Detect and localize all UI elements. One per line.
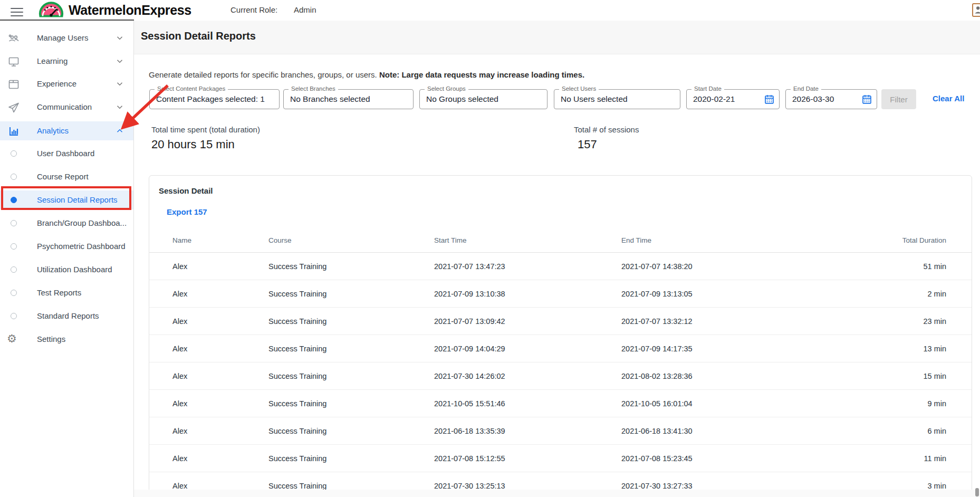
cell-end-time: 2021-07-09 13:13:05 — [621, 280, 693, 308]
table-row[interactable]: AlexSuccess Training2021-07-08 15:12:552… — [149, 445, 972, 472]
hamburger-menu-icon[interactable] — [11, 5, 23, 15]
cell-total-duration: 11 min — [924, 445, 946, 472]
column-header-start-time[interactable]: Start Time — [434, 236, 467, 244]
column-header-end-time[interactable]: End Time — [621, 236, 651, 244]
radio-selected-icon — [11, 197, 17, 203]
radio-unselected-icon — [11, 220, 17, 226]
table-row[interactable]: AlexSuccess Training2021-07-07 13:09:422… — [149, 308, 972, 335]
cell-course: Success Training — [268, 308, 326, 335]
content-packages-select[interactable]: Select Content Packages Content Packages… — [149, 89, 280, 109]
session-detail-card: Session Detail Export 157 Name Course St… — [149, 175, 972, 497]
table-row[interactable]: AlexSuccess Training2021-07-07 13:47:232… — [149, 253, 972, 280]
radio-unselected-icon — [11, 243, 17, 250]
gear-icon: ⚙ — [7, 332, 17, 345]
chevron-down-icon — [115, 33, 124, 43]
table-row[interactable]: AlexSuccess Training2021-06-18 13:35:392… — [149, 417, 972, 445]
start-date-field[interactable]: Start Date 2020-02-21 — [686, 89, 780, 109]
users-icon — [7, 32, 20, 45]
cell-end-time: 2021-07-07 13:32:12 — [621, 308, 693, 335]
cell-total-duration: 51 min — [923, 253, 946, 280]
cell-course: Success Training — [268, 253, 326, 280]
cell-total-duration: 15 min — [923, 362, 946, 390]
sidebar-item-analytics[interactable]: Analytics — [0, 121, 133, 140]
table-row[interactable]: AlexSuccess Training2021-07-09 14:04:292… — [149, 335, 972, 362]
end-date-field[interactable]: End Date 2026-03-30 — [785, 89, 877, 109]
table-row[interactable]: AlexSuccess Training2021-07-30 14:26:022… — [149, 362, 972, 390]
radio-unselected-icon — [11, 313, 17, 319]
users-select[interactable]: Select Users No Users selected — [554, 89, 680, 109]
description-text: Generate detailed reports for specific b… — [149, 70, 379, 79]
radio-unselected-icon — [11, 150, 17, 157]
groups-select[interactable]: Select Groups No Groups selected — [419, 89, 547, 109]
filter-button[interactable]: Filter — [881, 89, 916, 109]
user-account-icon[interactable] — [972, 3, 980, 17]
field-value: No Users selected — [554, 90, 680, 109]
chevron-down-icon — [115, 79, 124, 89]
calendar-icon[interactable] — [764, 94, 775, 105]
sidebar-item-experience[interactable]: Experience — [0, 74, 133, 93]
vertical-scrollbar[interactable] — [975, 488, 979, 496]
cell-name: Alex — [172, 445, 187, 472]
sidebar-item-learning[interactable]: Learning — [0, 52, 133, 71]
sidebar-item-user-dashboard[interactable]: User Dashboard — [0, 144, 133, 163]
cell-name: Alex — [172, 390, 187, 417]
page-title: Session Detail Reports — [141, 30, 256, 42]
sidebar-item-label: Utilization Dashboard — [37, 265, 112, 274]
cell-course: Success Training — [268, 390, 326, 417]
field-value: No Groups selected — [420, 90, 547, 109]
chevron-down-icon — [115, 56, 124, 66]
brand-logo[interactable]: WatermelonExpress — [37, 1, 191, 20]
cell-name: Alex — [172, 362, 187, 390]
sidebar-item-test-reports[interactable]: Test Reports — [0, 283, 133, 302]
sidebar-item-standard-reports[interactable]: Standard Reports — [0, 307, 133, 326]
cell-name: Alex — [172, 335, 187, 362]
calendar-icon[interactable] — [861, 94, 872, 105]
viewport-bottom-strip — [134, 490, 980, 497]
current-role-value[interactable]: Admin — [294, 5, 316, 14]
browser-window-icon — [7, 78, 20, 91]
page-title-band: Session Detail Reports — [134, 21, 980, 54]
cell-total-duration: 2 min — [928, 280, 946, 308]
field-label: Select Branches — [289, 85, 338, 92]
sidebar-item-label: Learning — [37, 56, 68, 65]
table-row[interactable]: AlexSuccess Training2021-07-09 13:10:382… — [149, 280, 972, 308]
sidebar-item-label: Course Report — [37, 172, 89, 181]
clear-all-link[interactable]: Clear All — [933, 94, 964, 103]
column-header-name[interactable]: Name — [172, 236, 191, 244]
cell-start-time: 2021-07-08 15:12:55 — [434, 445, 505, 472]
branches-select[interactable]: Select Branches No Branches selected — [283, 89, 414, 109]
description-note: Note: Large data requests may increase l… — [379, 70, 584, 79]
cell-end-time: 2021-07-08 15:23:45 — [621, 445, 693, 472]
cell-total-duration: 6 min — [928, 417, 946, 445]
app-window: WatermelonExpress Current Role: Admin Ma… — [0, 0, 980, 497]
sidebar-item-settings[interactable]: ⚙ Settings — [0, 330, 133, 349]
table-body: AlexSuccess Training2021-07-07 13:47:232… — [149, 253, 972, 497]
cell-total-duration: 9 min — [928, 390, 946, 417]
sidebar-item-label: User Dashboard — [37, 149, 94, 158]
sidebar-item-label: Analytics — [37, 126, 69, 135]
sidebar-item-utilization-dashboard[interactable]: Utilization Dashboard — [0, 260, 133, 279]
sidebar-item-label: Standard Reports — [37, 311, 99, 320]
table-header-row: Name Course Start Time End Time Total Du… — [149, 230, 972, 253]
total-time-label: Total time spent (total duration) — [151, 125, 260, 134]
cell-name: Alex — [172, 417, 187, 445]
column-header-total-duration[interactable]: Total Duration — [902, 236, 946, 244]
sidebar-nav: Manage Users Learning Experience — [0, 21, 134, 497]
sidebar-item-communication[interactable]: Communication — [0, 98, 133, 117]
cell-start-time: 2021-10-05 15:51:46 — [434, 390, 505, 417]
table-row[interactable]: AlexSuccess Training2021-10-05 15:51:462… — [149, 390, 972, 417]
sidebar-item-label: Test Reports — [37, 288, 81, 297]
export-link[interactable]: Export 157 — [167, 207, 207, 216]
main-content: Generate detailed reports for specific b… — [134, 54, 980, 497]
column-header-course[interactable]: Course — [268, 236, 292, 244]
current-role-label: Current Role: — [230, 5, 277, 14]
sidebar-item-manage-users[interactable]: Manage Users — [0, 28, 133, 47]
cell-total-duration: 13 min — [923, 335, 946, 362]
cell-end-time: 2021-06-18 13:41:30 — [621, 417, 693, 445]
sidebar-item-session-detail-reports[interactable]: Session Detail Reports — [0, 190, 133, 209]
sidebar-item-branch-group-dashboard[interactable]: Branch/Group Dashboa... — [0, 214, 133, 233]
sidebar-item-psychometric-dashboard[interactable]: Psychometric Dashboard — [0, 237, 133, 256]
sidebar-item-course-report[interactable]: Course Report — [0, 167, 133, 186]
radio-unselected-icon — [11, 266, 17, 273]
sidebar-item-label: Session Detail Reports — [37, 195, 118, 204]
